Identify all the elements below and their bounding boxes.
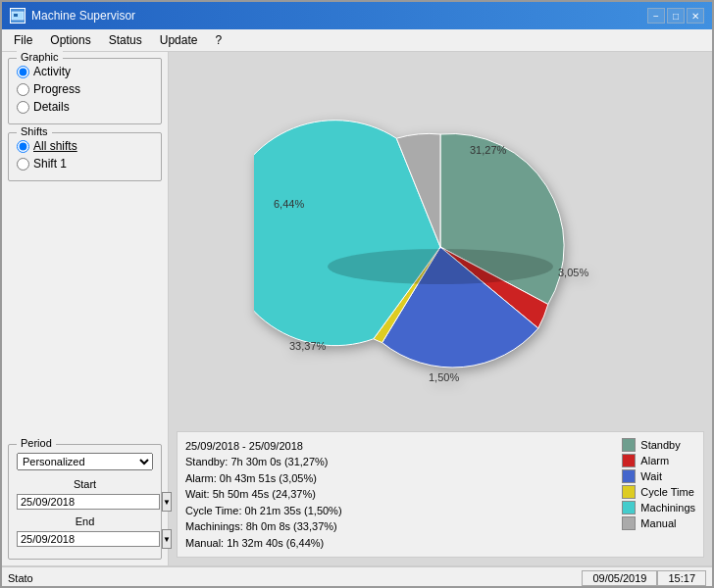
legend: Standby Alarm Wait Cycle Time Machinings [622, 438, 695, 552]
menu-help[interactable]: ? [207, 31, 230, 49]
menu-status[interactable]: Status [101, 31, 150, 49]
start-date-input[interactable] [17, 494, 160, 510]
radio-progress-input[interactable] [17, 83, 29, 96]
maximize-button[interactable]: □ [667, 8, 685, 24]
menu-file[interactable]: File [6, 31, 40, 49]
info-line4: Wait: 5h 50m 45s (24,37%) [185, 486, 614, 503]
label-cycletime: 1,50% [429, 371, 459, 383]
title-bar: Machine Supervisor − □ ✕ [2, 2, 712, 29]
legend-color-wait [622, 469, 636, 483]
legend-item-cycletime: Cycle Time [622, 485, 695, 499]
info-line5: Cycle Time: 0h 21m 35s (1,50%) [185, 503, 614, 519]
legend-item-wait: Wait [622, 469, 695, 483]
start-date-picker-button[interactable]: ▼ [162, 492, 172, 512]
radio-all-shifts[interactable]: All shifts [17, 137, 153, 155]
info-text: 25/09/2018 - 25/09/2018 Standby: 7h 30m … [185, 438, 614, 552]
legend-item-manual: Manual [622, 516, 695, 530]
status-time: 15:17 [657, 570, 706, 586]
radio-activity-label: Activity [33, 65, 71, 78]
pie-chart: 31,27% 3,05% 24,37% 1,50% 33,37% 6,44% [254, 95, 627, 389]
chart-container: 31,27% 3,05% 24,37% 1,50% 33,37% 6,44% [177, 60, 704, 425]
menu-bar: File Options Status Update ? [2, 29, 712, 52]
minimize-button[interactable]: − [647, 8, 665, 24]
legend-item-alarm: Alarm [622, 454, 695, 467]
window-title: Machine Supervisor [31, 9, 135, 23]
menu-options[interactable]: Options [42, 31, 98, 49]
radio-details-input[interactable] [17, 101, 29, 114]
shifts-group: Shifts All shifts Shift 1 [8, 132, 162, 181]
menu-update[interactable]: Update [152, 31, 206, 49]
label-manual: 6,44% [274, 198, 304, 210]
start-label: Start [17, 478, 153, 490]
radio-progress-label: Progress [33, 82, 80, 96]
info-legend-row: 25/09/2018 - 25/09/2018 Standby: 7h 30m … [177, 431, 704, 559]
legend-color-standby [622, 438, 636, 452]
period-group: Period Personalized Start ▼ End ▼ [8, 444, 162, 560]
radio-all-shifts-label: All shifts [33, 139, 77, 153]
radio-activity-input[interactable] [17, 66, 29, 78]
graphic-group-label: Graphic [17, 51, 63, 63]
legend-color-manual [622, 516, 636, 530]
legend-color-cycletime [622, 485, 636, 499]
label-machinings: 33,37% [289, 340, 327, 352]
legend-color-alarm [622, 454, 636, 467]
radio-activity[interactable]: Activity [17, 63, 153, 80]
close-button[interactable]: ✕ [687, 8, 704, 24]
radio-shift1-input[interactable] [17, 158, 29, 171]
legend-label-manual: Manual [640, 517, 676, 529]
info-line7: Manual: 1h 32m 40s (6,44%) [185, 535, 614, 552]
svg-rect-1 [14, 14, 18, 17]
legend-label-wait: Wait [640, 470, 662, 482]
shifts-group-label: Shifts [17, 125, 52, 137]
legend-item-standby: Standby [622, 438, 695, 452]
stato-label: Stato [8, 572, 582, 584]
legend-label-cycletime: Cycle Time [640, 486, 693, 498]
period-group-label: Period [17, 437, 56, 449]
legend-label-machinings: Machinings [640, 502, 695, 514]
info-line2: Standby: 7h 30m 0s (31,27%) [185, 454, 614, 470]
graphic-group: Graphic Activity Progress Details [8, 58, 162, 124]
legend-label-standby: Standby [640, 439, 680, 451]
radio-details[interactable]: Details [17, 98, 153, 116]
radio-details-label: Details [33, 100, 70, 114]
info-line6: Machinings: 8h 0m 8s (33,37%) [185, 518, 614, 535]
legend-label-alarm: Alarm [640, 455, 669, 466]
radio-progress[interactable]: Progress [17, 80, 153, 98]
legend-color-machinings [622, 501, 636, 514]
legend-item-machinings: Machinings [622, 501, 695, 514]
info-line3: Alarm: 0h 43m 51s (3,05%) [185, 470, 614, 487]
radio-shift1[interactable]: Shift 1 [17, 155, 153, 172]
app-icon [10, 8, 26, 24]
end-label: End [17, 515, 153, 527]
radio-all-shifts-input[interactable] [17, 140, 29, 153]
end-date-picker-button[interactable]: ▼ [162, 529, 172, 549]
status-bar: Stato 09/05/2019 15:17 [2, 565, 712, 588]
info-line1: 25/09/2018 - 25/09/2018 [185, 438, 614, 455]
content-area: 31,27% 3,05% 24,37% 1,50% 33,37% 6,44% 2… [169, 52, 712, 565]
label-alarm: 3,05% [558, 267, 588, 278]
radio-shift1-label: Shift 1 [33, 157, 67, 171]
end-date-input[interactable] [17, 531, 160, 547]
pie-shadow [328, 249, 553, 284]
sidebar: Graphic Activity Progress Details Shifts… [2, 52, 169, 565]
period-select[interactable]: Personalized [17, 453, 153, 470]
status-date: 09/05/2019 [582, 570, 657, 586]
label-standby: 31,27% [470, 144, 507, 156]
